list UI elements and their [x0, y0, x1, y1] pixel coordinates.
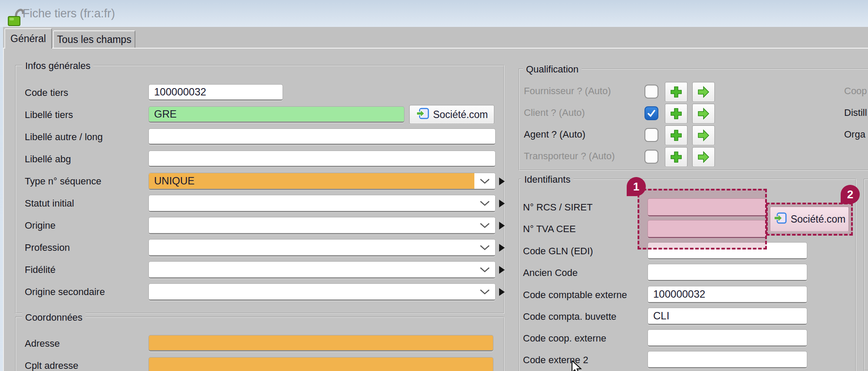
- code-compta-buvette-input[interactable]: [648, 308, 807, 325]
- type-sequence-value: UNIQUE: [149, 173, 474, 189]
- label-libelle-autre: Libellé autre / long: [25, 131, 103, 143]
- label-tva-cee: N° TVA CEE: [523, 223, 576, 235]
- societe-com-icon: [416, 107, 430, 122]
- origine-secondaire-value: [149, 284, 474, 299]
- label-fournisseur: Fournisseur ? (Auto): [524, 85, 611, 97]
- societe-com-label: Société.com: [433, 109, 488, 121]
- libelle-autre-input[interactable]: [148, 128, 496, 145]
- annotation-badge-1: 1: [627, 177, 646, 196]
- fournisseur-add-button[interactable]: [665, 82, 687, 102]
- chevron-down-icon[interactable]: [474, 217, 495, 233]
- check-icon: [646, 108, 657, 118]
- label-origine: Origine: [25, 220, 56, 231]
- ancien-code-input[interactable]: [648, 264, 807, 281]
- statut-initial-value: [149, 195, 474, 211]
- combo-side-arrow-icon[interactable]: [499, 222, 505, 230]
- societe-com-label: Société.com: [791, 213, 846, 225]
- transporteur-goto-button[interactable]: [692, 147, 715, 167]
- green-arrow-icon: [697, 151, 710, 164]
- code-coop-externe-input[interactable]: [648, 329, 807, 347]
- group-title-coordonnees: Coordonnées: [22, 312, 85, 323]
- client-add-button[interactable]: [665, 104, 687, 124]
- societe-com-button-2[interactable]: Société.com: [770, 207, 849, 232]
- tab-general[interactable]: Général: [4, 28, 52, 49]
- agent-checkbox[interactable]: [644, 128, 658, 142]
- tab-tous-les-champs[interactable]: Tous les champs: [53, 30, 135, 48]
- plus-icon: [670, 129, 683, 142]
- annotation-region-1: [638, 189, 767, 250]
- label-origine-secondaire: Origine secondaire: [25, 286, 105, 298]
- group-qualification: Qualification Fournisseur ? (Auto) Clien…: [519, 69, 868, 171]
- combo-side-arrow-icon[interactable]: [499, 177, 505, 185]
- code-comptable-externe-input[interactable]: [648, 286, 807, 303]
- group-title-qualification: Qualification: [523, 64, 582, 75]
- label-code-gln: Code GLN (EDI): [523, 246, 593, 257]
- label-distill-partial: Distill: [844, 107, 867, 118]
- green-arrow-icon: [697, 107, 710, 120]
- fournisseur-checkbox[interactable]: [644, 85, 658, 98]
- label-code-coop-externe: Code coop. externe: [523, 333, 606, 344]
- societe-com-icon: [773, 211, 787, 227]
- plus-icon: [670, 151, 683, 164]
- label-libelle-abg: Libellé abg: [25, 154, 71, 165]
- chevron-down-icon[interactable]: [474, 173, 495, 189]
- label-agent: Agent ? (Auto): [524, 129, 585, 140]
- green-arrow-icon: [697, 129, 710, 142]
- fournisseur-goto-button[interactable]: [692, 82, 715, 102]
- label-coop-partial: Coop: [844, 85, 867, 97]
- libelle-abg-input[interactable]: [148, 151, 496, 167]
- label-libelle-tiers: Libellé tiers: [25, 109, 73, 121]
- statut-initial-combo[interactable]: [148, 195, 496, 212]
- label-cplt-adresse: Cplt adresse: [25, 360, 79, 371]
- group-title-identifiants: Identifiants: [521, 174, 573, 185]
- libelle-tiers-input[interactable]: [148, 106, 404, 123]
- mouse-cursor: [571, 361, 584, 371]
- combo-side-arrow-icon[interactable]: [499, 244, 505, 252]
- annotation-badge-2: 2: [841, 185, 860, 204]
- group-infos-generales: Infos générales Code tiers Libellé tiers…: [15, 65, 504, 314]
- type-sequence-combo[interactable]: UNIQUE: [148, 173, 496, 190]
- combo-side-arrow-icon[interactable]: [499, 200, 505, 207]
- societe-com-button[interactable]: Société.com: [409, 105, 494, 124]
- label-type-sequence: Type n° séquence: [25, 176, 101, 187]
- profession-combo[interactable]: [148, 239, 496, 256]
- transporteur-checkbox[interactable]: [644, 150, 658, 164]
- annotation-region-2: Société.com: [766, 203, 853, 236]
- agent-add-button[interactable]: [665, 125, 687, 145]
- label-profession: Profession: [25, 242, 70, 253]
- client-checkbox[interactable]: [644, 106, 658, 120]
- chevron-down-icon[interactable]: [474, 284, 495, 299]
- green-arrow-icon: [697, 85, 710, 98]
- label-client: Client ? (Auto): [524, 107, 585, 118]
- code-externe-2-input[interactable]: [648, 351, 807, 368]
- label-rcs-siret: N° RCS / SIRET: [523, 202, 592, 213]
- cplt-adresse-input[interactable]: [148, 357, 493, 371]
- group-coordonnees: Coordonnées Adresse Cplt adresse: [15, 317, 504, 371]
- label-transporteur: Transporteur ? (Auto): [524, 151, 615, 162]
- adresse-input[interactable]: [148, 335, 493, 351]
- group-title-infos: Infos générales: [22, 60, 93, 72]
- chevron-down-icon[interactable]: [474, 262, 495, 277]
- fidelite-value: [149, 262, 474, 277]
- profession-value: [149, 240, 474, 255]
- transporteur-add-button[interactable]: [665, 147, 687, 167]
- label-code-comptable-externe: Code comptable externe: [523, 289, 627, 301]
- fidelite-combo[interactable]: [148, 261, 496, 279]
- label-code-tiers: Code tiers: [25, 87, 68, 98]
- window-left-border: [0, 27, 3, 371]
- group-right-clipped: [864, 179, 868, 371]
- chevron-down-icon[interactable]: [474, 240, 495, 255]
- label-fidelite: Fidélité: [25, 264, 56, 276]
- origine-combo[interactable]: [148, 217, 496, 234]
- window-title: Fiche tiers (fr:a:fr): [23, 7, 115, 20]
- origine-secondaire-combo[interactable]: [148, 283, 496, 301]
- title-bar: [0, 0, 868, 27]
- combo-side-arrow-icon[interactable]: [499, 288, 505, 296]
- label-ancien-code: Ancien Code: [523, 267, 578, 279]
- agent-goto-button[interactable]: [692, 125, 715, 145]
- client-goto-button[interactable]: [692, 104, 715, 124]
- combo-side-arrow-icon[interactable]: [499, 266, 505, 274]
- origine-value: [149, 217, 474, 233]
- code-tiers-input[interactable]: [148, 84, 283, 101]
- chevron-down-icon[interactable]: [474, 195, 495, 211]
